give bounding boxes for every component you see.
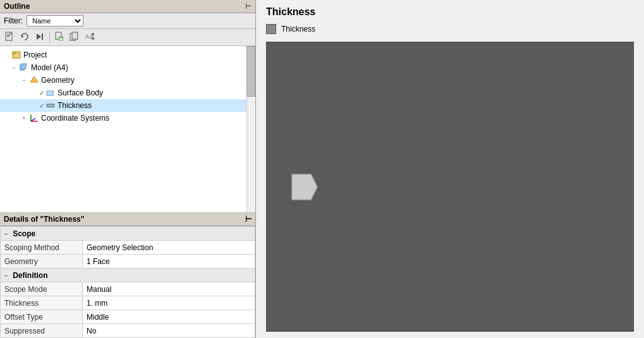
key-scoping-method: Scoping Method <box>1 241 83 255</box>
tree-item-project[interactable]: Project <box>0 49 255 61</box>
svg-marker-17 <box>91 33 95 35</box>
new-button[interactable] <box>3 30 16 44</box>
forward-icon <box>35 32 45 44</box>
val-thickness[interactable]: 1. mm <box>83 296 255 310</box>
shape-container <box>286 168 324 206</box>
surface-body-icon <box>46 88 56 98</box>
viewport[interactable] <box>266 42 634 332</box>
filter-row: Filter: Name <box>0 13 255 29</box>
details-row-scoping-method: Scoping Method Geometry Selection <box>1 241 255 255</box>
definition-collapse-icon[interactable]: − <box>4 272 8 279</box>
sort-button[interactable]: A Z <box>83 30 97 44</box>
key-thickness: Thickness <box>1 296 83 310</box>
refresh-icon <box>20 32 30 44</box>
expander-surface-body <box>30 89 38 97</box>
refresh-button[interactable] <box>18 30 32 44</box>
new-icon <box>4 32 15 44</box>
expander-coord-systems: + <box>20 114 28 122</box>
filter-label: Filter: <box>4 16 23 25</box>
svg-rect-7 <box>42 33 43 40</box>
scope-collapse-icon[interactable]: − <box>4 231 8 238</box>
tree-item-model[interactable]: − Model (A4) <box>0 61 255 74</box>
outline-pin-icon[interactable]: ⊢ <box>245 3 252 11</box>
svg-marker-32 <box>37 121 38 122</box>
legend-color-box <box>266 24 276 34</box>
tree-item-surface-body[interactable]: ✓ Surface Body <box>0 87 255 99</box>
svg-marker-23 <box>30 76 38 82</box>
key-geometry: Geometry <box>1 255 83 269</box>
svg-marker-5 <box>21 35 24 37</box>
check-surface-body: ✓ <box>39 90 44 97</box>
outline-toolbar: A Z <box>0 29 255 46</box>
right-panel: Thickness Thickness <box>256 0 644 338</box>
forward-button[interactable] <box>33 30 47 44</box>
key-scope-mode: Scope Mode <box>1 282 83 296</box>
copy-button[interactable] <box>68 30 82 44</box>
svg-rect-13 <box>72 32 78 39</box>
thickness-label: Thickness <box>58 101 92 110</box>
val-offset-type[interactable]: Middle <box>83 310 255 324</box>
details-table: − Scope Scoping Method Geometry Selectio… <box>0 226 255 338</box>
geometry-icon <box>29 75 39 85</box>
val-scoping-method[interactable]: Geometry Selection <box>83 241 255 255</box>
key-offset-type: Offset Type <box>1 310 83 324</box>
svg-rect-11 <box>59 39 63 40</box>
svg-marker-34 <box>292 174 317 200</box>
definition-section-label: Definition <box>13 271 47 280</box>
svg-rect-22 <box>20 64 26 69</box>
outline-title: Outline <box>4 2 30 11</box>
thickness-icon <box>46 100 56 111</box>
svg-rect-3 <box>7 37 9 37</box>
coord-systems-label: Coordinate Systems <box>41 114 109 123</box>
check-thickness: ✓ <box>39 102 44 109</box>
filter-select[interactable]: Name <box>27 15 83 27</box>
expander-thickness <box>30 102 38 109</box>
geometry-label: Geometry <box>41 76 75 85</box>
val-geometry[interactable]: 1 Face <box>83 255 255 269</box>
svg-rect-20 <box>13 52 16 54</box>
tree-scrollbar[interactable] <box>246 46 255 212</box>
details-row-geometry: Geometry 1 Face <box>1 255 255 269</box>
tree-item-geometry[interactable]: − Geometry <box>0 74 255 87</box>
val-scope-mode[interactable]: Manual <box>83 282 255 296</box>
add-button[interactable] <box>52 30 66 44</box>
details-pin-icon[interactable]: ⊢ <box>245 215 252 224</box>
surface-body-label: Surface Body <box>58 88 103 97</box>
svg-rect-2 <box>7 35 10 36</box>
expander-geometry: − <box>20 76 28 84</box>
legend-row: Thickness <box>266 24 634 34</box>
scope-section-label: Scope <box>13 229 35 238</box>
svg-text:A: A <box>85 33 89 40</box>
expander-model: − <box>10 64 18 71</box>
details-row-suppressed: Suppressed No <box>1 324 255 338</box>
expander-project <box>3 51 10 59</box>
tree-item-coord-systems[interactable]: + Coordinate Systems <box>0 112 255 124</box>
viewport-shape <box>286 168 324 206</box>
copy-icon <box>70 32 80 44</box>
panel-title: Thickness <box>266 6 634 18</box>
project-icon <box>11 50 21 60</box>
svg-rect-1 <box>7 34 10 35</box>
left-panel: Outline ⊢ Filter: Name <box>0 0 256 338</box>
scope-section-header[interactable]: − Scope <box>1 227 255 241</box>
coord-systems-icon <box>29 113 39 123</box>
val-suppressed[interactable]: No <box>83 324 255 338</box>
sort-icon: A Z <box>85 32 95 44</box>
details-header: Details of "Thickness" ⊢ <box>0 213 255 226</box>
tree-scrollbar-thumb[interactable] <box>246 46 255 97</box>
legend-label: Thickness <box>281 25 315 33</box>
key-suppressed: Suppressed <box>1 324 83 338</box>
model-icon <box>19 63 29 73</box>
details-row-offset-type: Offset Type Middle <box>1 310 255 324</box>
svg-marker-6 <box>37 33 41 40</box>
add-icon <box>54 32 64 44</box>
project-label: Project <box>23 51 47 59</box>
toolbar-sep-1 <box>49 32 50 43</box>
outline-header: Outline ⊢ <box>0 0 255 13</box>
definition-section-header[interactable]: − Definition <box>1 269 255 282</box>
details-title: Details of "Thickness" <box>4 215 84 224</box>
tree-item-thickness[interactable]: ✓ Thickness <box>0 99 255 112</box>
details-row-scope-mode: Scope Mode Manual <box>1 282 255 296</box>
model-label: Model (A4) <box>31 63 68 72</box>
details-panel: − Scope Scoping Method Geometry Selectio… <box>0 226 255 338</box>
